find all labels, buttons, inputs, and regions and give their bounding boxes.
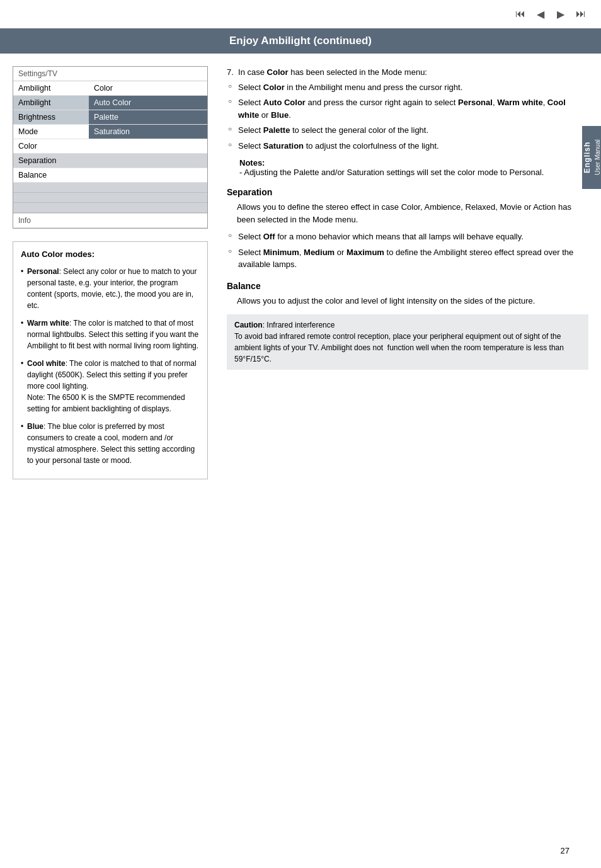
menu-value: Palette (89, 110, 207, 125)
auto-color-item-personal: Personal: Select any color or hue to mat… (21, 266, 200, 311)
menu-header: Settings/TV (13, 67, 207, 81)
menu-row-empty3 (13, 203, 207, 213)
nav-prev-icon[interactable]: ◀ (533, 6, 548, 21)
auto-color-item-coolwhite: Cool white: The color is matched to that… (21, 358, 200, 414)
menu-value (89, 139, 207, 154)
auto-color-item-warmwhite: Warm white: The color is matched to that… (21, 317, 200, 351)
menu-value: Color (89, 81, 207, 96)
menu-label: Separation (13, 154, 89, 168)
nav-last-icon[interactable]: ⏭ (573, 6, 588, 21)
menu-label: Mode (13, 125, 89, 139)
menu-row-color[interactable]: Color (13, 139, 207, 154)
notes-box: Notes: - Adjusting the Palette and/or Sa… (237, 158, 588, 177)
caution-title: Caution (234, 321, 263, 329)
right-column: 7. In case Color has been selected in th… (220, 66, 588, 479)
separation-intro: Allows you to define the stereo effect i… (237, 201, 588, 226)
nav-first-icon[interactable]: ⏮ (513, 6, 528, 21)
menu-row-ambilight-color[interactable]: Ambilight Color (13, 81, 207, 96)
auto-color-section: Auto Color modes: Personal: Select any c… (13, 241, 208, 479)
caution-box: Caution: Infrared interference To avoid … (227, 314, 588, 370)
menu-row-ambilight-autocolor[interactable]: Ambilight Auto Color (13, 96, 207, 110)
coolwhite-bold: Cool white (27, 359, 66, 368)
auto-color-item-blue: Blue: The blue color is preferred by mos… (21, 421, 200, 466)
main-content: Settings/TV Ambilight Color Ambilight Au… (0, 54, 601, 492)
menu-label: Balance (13, 168, 89, 183)
menu-row-empty2 (13, 193, 207, 203)
blue-bold: Blue (27, 422, 43, 431)
settings-menu: Settings/TV Ambilight Color Ambilight Au… (13, 66, 208, 229)
menu-label: Ambilight (13, 96, 89, 110)
side-label: English User Manual (582, 126, 601, 189)
menu-row-empty1 (13, 183, 207, 193)
page-header: Enjoy Ambilight (continued) (0, 28, 601, 54)
left-column: Settings/TV Ambilight Color Ambilight Au… (13, 66, 208, 479)
separation-title: Separation (227, 187, 588, 197)
menu-row-balance[interactable]: Balance (13, 168, 207, 183)
notes-title: Notes: (239, 158, 588, 168)
balance-title: Balance (227, 281, 588, 291)
caution-text: To avoid bad infrared remote control rec… (234, 332, 564, 363)
menu-value: Auto Color (89, 96, 207, 110)
menu-value: Saturation (89, 125, 207, 139)
menu-info-label: Info (13, 213, 207, 228)
nav-next-icon[interactable]: ▶ (553, 6, 568, 21)
side-label-manual: User Manual (594, 140, 601, 176)
step7: 7. In case Color has been selected in th… (227, 66, 588, 79)
bullet-auto-color: Select Auto Color and press the cursor r… (227, 96, 588, 121)
bullet-saturation: Select Saturation to adjust the colorful… (227, 140, 588, 152)
notes-text: - Adjusting the Palette and/or Saturatio… (239, 168, 588, 177)
personal-bold: Personal (27, 267, 59, 276)
warmwhite-bold: Warm white (27, 319, 69, 328)
bullet-palette: Select Palette to select the general col… (227, 124, 588, 137)
menu-row-brightness-palette[interactable]: Brightness Palette (13, 110, 207, 125)
separation-bullets: Select Off for a mono behavior which mea… (227, 231, 588, 271)
menu-row-separation[interactable]: Separation (13, 154, 207, 168)
caution-subtitle: : Infrared interference (263, 321, 335, 329)
menu-label: Color (13, 139, 89, 154)
balance-text: Allows you to adjust the color and level… (237, 295, 588, 307)
separation-minmax: Select Minimum, Medium or Maximum to def… (227, 246, 588, 271)
page-number: 27 (561, 846, 570, 855)
menu-row-info[interactable]: Info (13, 213, 207, 228)
auto-color-title: Auto Color modes: (21, 248, 200, 261)
page-title: Enjoy Ambilight (continued) (229, 35, 372, 47)
menu-label: Ambilight (13, 81, 89, 96)
menu-row-mode-saturation[interactable]: Mode Saturation (13, 125, 207, 139)
auto-color-list: Personal: Select any color or hue to mat… (21, 266, 200, 466)
menu-value (89, 154, 207, 168)
menu-value (89, 168, 207, 183)
menu-label: Brightness (13, 110, 89, 125)
navigation-icons: ⏮ ◀ ▶ ⏭ (513, 6, 588, 21)
side-label-english: English (583, 142, 592, 173)
bullet-list: Select Color in the Ambilight menu and p… (227, 81, 588, 152)
bullet-select-color: Select Color in the Ambilight menu and p… (227, 81, 588, 94)
separation-off: Select Off for a mono behavior which mea… (227, 231, 588, 243)
